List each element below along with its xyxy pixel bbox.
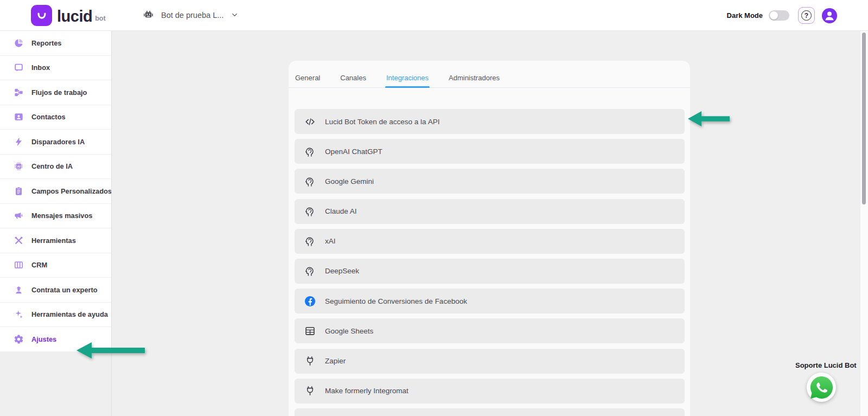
header-actions: Dark Mode ? [727, 0, 837, 31]
sidebar-item-flujos-de-trabajo[interactable]: Flujos de trabajo [0, 80, 111, 105]
dark-mode-toggle[interactable] [769, 10, 789, 21]
sidebar-item-label: Ajustes [31, 335, 56, 343]
support-label: Soporte Lucid Bot [795, 361, 857, 369]
bot-selector-label: Bot de prueba L... [161, 11, 224, 20]
svg-text:AI: AI [17, 165, 21, 168]
sidebar-item-mensajes-masivos[interactable]: Mensajes masivos [0, 204, 111, 229]
contact-card-icon [14, 112, 24, 122]
ai-head-icon [304, 145, 316, 158]
ai-chip-icon: AI [14, 161, 24, 171]
sidebar-item-contactos[interactable]: Contactos [0, 105, 111, 130]
expert-icon [14, 285, 24, 295]
sidebar-item-label: Reportes [31, 39, 61, 47]
gear-icon [14, 334, 24, 344]
tab-general[interactable]: General [295, 74, 320, 87]
integration-label: xAI [325, 237, 336, 245]
sidebar-item-contrata-un-experto[interactable]: Contrata un experto [0, 278, 111, 303]
whatsapp-button[interactable] [807, 373, 836, 402]
integration-label: Lucid Bot Token de acceso a la API [325, 118, 439, 126]
annotation-arrow-token [688, 111, 730, 126]
integration-row-xai[interactable]: xAI [295, 229, 685, 254]
sidebar-item-label: Contrata un experto [31, 286, 98, 294]
sidebar-item-label: Flujos de trabajo [31, 88, 87, 97]
lucid-smile-icon [31, 5, 52, 26]
chat-icon [14, 62, 24, 73]
integration-label: Seguimiento de Conversiones de Facebook [325, 297, 467, 305]
sidebar-item-inbox[interactable]: Inbox [0, 56, 111, 81]
user-avatar[interactable] [822, 8, 837, 23]
lightning-icon [14, 137, 24, 147]
sidebar-item-disparadores-ia[interactable]: Disparadores IA [0, 130, 111, 155]
table-icon [304, 325, 316, 337]
megaphone-icon [14, 210, 24, 221]
person-icon [822, 8, 837, 23]
sidebar-item-label: Inbox [31, 63, 50, 72]
sidebar-item-label: Contactos [31, 113, 66, 121]
chevron-down-icon [231, 11, 239, 19]
question-icon: ? [801, 10, 812, 21]
integration-label: Claude AI [325, 207, 357, 215]
bot-selector[interactable]: Bot de prueba L... [143, 9, 239, 21]
robot-icon [143, 9, 154, 21]
sidebar: ReportesInboxFlujos de trabajoContactosD… [0, 31, 111, 352]
integration-row-zapier[interactable]: Zapier [295, 349, 685, 374]
sidebar-item-label: CRM [31, 261, 47, 269]
logo-brand-text: lucid [57, 7, 92, 26]
ai-head-icon [304, 265, 316, 277]
plug-icon [304, 385, 316, 397]
integration-row-make-formerly-integromat[interactable]: Make formerly Integromat [295, 379, 685, 404]
logo-suffix-text: bot [95, 15, 105, 26]
pie-chart-icon [14, 38, 24, 48]
integration-row-lucid-bot-token-de-acceso-a-la-api[interactable]: Lucid Bot Token de acceso a la API [295, 109, 685, 134]
integration-label: DeepSeek [325, 267, 359, 275]
workflow-icon [14, 87, 24, 98]
sidebar-item-campos-personalizados[interactable]: Campos Personalizados [0, 179, 111, 204]
settings-panel: GeneralCanalesIntegracionesAdministrador… [289, 61, 690, 416]
tab-administradores[interactable]: Administradores [449, 74, 500, 87]
integration-label: Make formerly Integromat [325, 387, 409, 395]
annotation-arrow-ajustes [76, 342, 145, 359]
dark-mode-label: Dark Mode [727, 11, 763, 20]
sidebar-item-herramientas[interactable]: Herramientas [0, 228, 111, 253]
sidebar-item-herramientas-de-ayuda[interactable]: Herramientas de ayuda [0, 303, 111, 328]
scrollbar-thumb[interactable] [862, 33, 866, 204]
whatsapp-icon [809, 375, 834, 400]
sidebar-item-centro-de-ia[interactable]: AICentro de IA [0, 155, 111, 180]
integration-row-google-gemini[interactable]: Google Gemini [295, 169, 685, 194]
facebook-icon [304, 295, 316, 308]
sidebar-item-label: Disparadores IA [31, 138, 85, 146]
integrations-list: Lucid Bot Token de acceso a la APIOpenAI… [289, 88, 690, 416]
tools-icon [14, 235, 24, 246]
plug-icon [304, 355, 316, 367]
lucid-logo[interactable]: lucid bot [31, 5, 106, 26]
ai-head-icon [304, 175, 316, 188]
ai-head-icon [304, 205, 316, 217]
tab-integraciones[interactable]: Integraciones [386, 74, 429, 87]
sidebar-item-label: Centro de IA [31, 162, 73, 170]
sidebar-item-crm[interactable]: CRM [0, 253, 111, 278]
sidebar-item-label: Herramientas de ayuda [31, 310, 108, 318]
clipboard-icon [14, 186, 24, 196]
tab-canales[interactable]: Canales [340, 74, 366, 87]
help-button[interactable]: ? [798, 7, 815, 24]
integration-row-openai-chatgpt[interactable]: OpenAI ChatGPT [295, 139, 685, 164]
integration-row-partial [295, 408, 685, 416]
sparkle-icon [14, 309, 24, 319]
sidebar-item-reportes[interactable]: Reportes [0, 31, 111, 56]
ai-head-icon [304, 235, 316, 247]
integration-label: OpenAI ChatGPT [325, 148, 382, 156]
sidebar-item-label: Mensajes masivos [31, 212, 92, 220]
integration-row-claude-ai[interactable]: Claude AI [295, 199, 685, 224]
integration-label: Zapier [325, 357, 346, 365]
integration-label: Google Gemini [325, 177, 374, 185]
code-icon [304, 116, 316, 128]
sidebar-item-label: Herramientas [31, 236, 76, 245]
scrollbar[interactable] [860, 31, 868, 416]
integration-row-google-sheets[interactable]: Google Sheets [295, 318, 685, 343]
columns-icon [14, 260, 24, 270]
integration-label: Google Sheets [325, 327, 373, 335]
settings-tabs: GeneralCanalesIntegracionesAdministrador… [289, 61, 690, 88]
integration-row-seguimiento-de-conversiones-de-facebook[interactable]: Seguimiento de Conversiones de Facebook [295, 289, 685, 313]
integration-row-deepseek[interactable]: DeepSeek [295, 259, 685, 284]
sidebar-item-label: Campos Personalizados [31, 187, 112, 195]
